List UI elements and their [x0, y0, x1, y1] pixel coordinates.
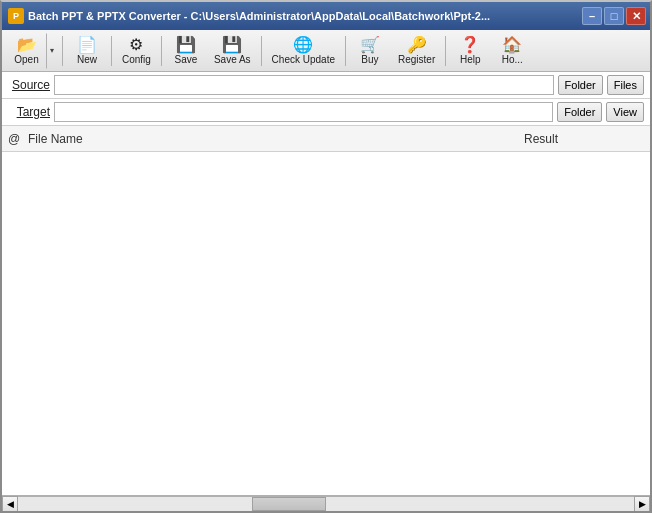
target-input[interactable] — [54, 102, 553, 122]
open-button-group[interactable]: 📂 Open ▾ — [6, 33, 58, 69]
scrollbar-thumb[interactable] — [252, 497, 326, 511]
toolbar: 📂 Open ▾ 📄 New ⚙ Config 💾 Save 💾 Save As… — [2, 30, 650, 72]
open-label: Open — [14, 54, 38, 65]
checkupdate-label: Check Update — [272, 54, 335, 65]
config-label: Config — [122, 54, 151, 65]
buy-button[interactable]: 🛒 Buy — [350, 33, 390, 69]
open-dropdown-arrow[interactable]: ▾ — [46, 33, 58, 69]
separator-4 — [261, 36, 262, 66]
source-files-button[interactable]: Files — [607, 75, 644, 95]
separator-6 — [445, 36, 446, 66]
window-title: Batch PPT & PPTX Converter - C:\Users\Ad… — [28, 10, 490, 22]
scrollbar-track[interactable] — [18, 496, 634, 512]
checkupdate-icon: 🌐 — [293, 37, 313, 53]
register-label: Register — [398, 54, 435, 65]
source-input[interactable] — [54, 75, 554, 95]
open-button[interactable]: 📂 Open — [6, 33, 46, 69]
source-folder-button[interactable]: Folder — [558, 75, 603, 95]
buy-icon: 🛒 — [360, 37, 380, 53]
col-result-header: Result — [524, 132, 644, 146]
saveas-label: Save As — [214, 54, 251, 65]
home-button[interactable]: 🏠 Ho... — [492, 33, 532, 69]
target-view-button[interactable]: View — [606, 102, 644, 122]
target-folder-button[interactable]: Folder — [557, 102, 602, 122]
scrollbar-left-button[interactable]: ◀ — [2, 496, 18, 512]
help-icon: ❓ — [460, 37, 480, 53]
minimize-button[interactable]: – — [582, 7, 602, 25]
config-icon: ⚙ — [129, 37, 143, 53]
config-button[interactable]: ⚙ Config — [116, 33, 157, 69]
table-body — [2, 152, 650, 495]
source-row: Source Folder Files — [2, 72, 650, 99]
title-bar: P Batch PPT & PPTX Converter - C:\Users\… — [2, 2, 650, 30]
table-header: @ File Name Result — [2, 126, 650, 152]
title-bar-left: P Batch PPT & PPTX Converter - C:\Users\… — [8, 8, 490, 24]
save-icon: 💾 — [176, 37, 196, 53]
buy-label: Buy — [361, 54, 378, 65]
register-button[interactable]: 🔑 Register — [392, 33, 441, 69]
separator-3 — [161, 36, 162, 66]
separator-1 — [62, 36, 63, 66]
home-label: Ho... — [502, 54, 523, 65]
new-button[interactable]: 📄 New — [67, 33, 107, 69]
main-window: P Batch PPT & PPTX Converter - C:\Users\… — [0, 0, 652, 513]
save-label: Save — [175, 54, 198, 65]
target-label: Target — [8, 105, 50, 119]
help-button[interactable]: ❓ Help — [450, 33, 490, 69]
new-label: New — [77, 54, 97, 65]
title-controls: – □ ✕ — [582, 7, 646, 25]
app-icon: P — [8, 8, 24, 24]
checkupdate-button[interactable]: 🌐 Check Update — [266, 33, 341, 69]
saveas-icon: 💾 — [222, 37, 242, 53]
source-label: Source — [8, 78, 50, 92]
close-button[interactable]: ✕ — [626, 7, 646, 25]
horizontal-scrollbar[interactable]: ◀ ▶ — [2, 495, 650, 511]
register-icon: 🔑 — [407, 37, 427, 53]
help-label: Help — [460, 54, 481, 65]
col-at-header: @ — [8, 132, 28, 146]
save-button[interactable]: 💾 Save — [166, 33, 206, 69]
target-row: Target Folder View — [2, 99, 650, 126]
separator-5 — [345, 36, 346, 66]
home-icon: 🏠 — [502, 37, 522, 53]
maximize-button[interactable]: □ — [604, 7, 624, 25]
scrollbar-right-button[interactable]: ▶ — [634, 496, 650, 512]
open-icon: 📂 — [17, 37, 37, 53]
saveas-button[interactable]: 💾 Save As — [208, 33, 257, 69]
new-icon: 📄 — [77, 37, 97, 53]
content-area: Source Folder Files Target Folder View @… — [2, 72, 650, 511]
col-filename-header: File Name — [28, 132, 524, 146]
separator-2 — [111, 36, 112, 66]
